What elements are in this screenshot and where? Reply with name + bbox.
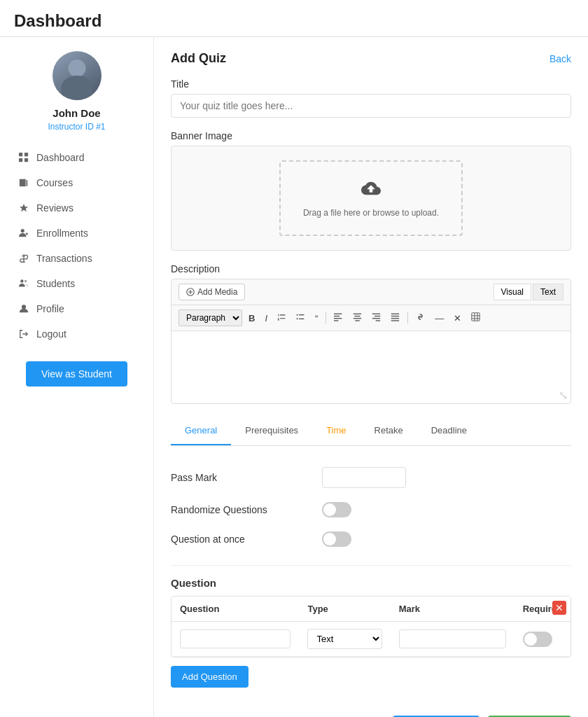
title-label: Title bbox=[171, 78, 571, 90]
question-cell bbox=[172, 622, 299, 657]
close-question-button[interactable]: ✕ bbox=[552, 601, 566, 615]
align-left-button[interactable] bbox=[330, 310, 346, 326]
logout-icon bbox=[18, 328, 29, 340]
svg-rect-14 bbox=[334, 316, 340, 316]
tab-retake[interactable]: Retake bbox=[360, 417, 417, 445]
hr-button[interactable]: — bbox=[431, 311, 447, 326]
pass-mark-label: Pass Mark bbox=[171, 472, 311, 483]
dollar-icon bbox=[18, 253, 29, 264]
question-table: Question Type Mark Required bbox=[172, 597, 570, 657]
section-title: Add Quiz bbox=[171, 51, 226, 66]
star-icon bbox=[18, 202, 29, 214]
svg-rect-3 bbox=[24, 158, 28, 162]
title-input[interactable] bbox=[171, 94, 571, 118]
svg-rect-26 bbox=[391, 316, 399, 316]
tab-general[interactable]: General bbox=[171, 417, 231, 445]
section-header: Add Quiz Back bbox=[171, 51, 571, 66]
table-button[interactable] bbox=[468, 310, 484, 326]
svg-rect-15 bbox=[334, 318, 342, 319]
sidebar-item-dashboard[interactable]: Dashboard bbox=[7, 146, 146, 169]
blockquote-button[interactable]: “ bbox=[312, 311, 321, 326]
add-question-button[interactable]: Add Question bbox=[171, 666, 248, 688]
svg-point-9 bbox=[297, 314, 298, 316]
sidebar-item-students[interactable]: Students bbox=[7, 272, 146, 295]
view-as-student-button[interactable]: View as Student bbox=[26, 361, 127, 387]
svg-rect-27 bbox=[391, 318, 399, 319]
required-cell bbox=[514, 622, 570, 657]
divider bbox=[171, 565, 571, 566]
sidebar: John Doe Instructor ID #1 Dashboard bbox=[0, 37, 154, 717]
svg-rect-13 bbox=[334, 314, 342, 314]
bold-button[interactable]: B bbox=[245, 311, 258, 326]
tab-deadline[interactable]: Deadline bbox=[417, 417, 481, 445]
tab-prerequisites[interactable]: Prerequisites bbox=[231, 417, 312, 445]
paragraph-select[interactable]: Paragraph bbox=[178, 309, 242, 326]
book-icon bbox=[18, 177, 29, 188]
justify-button[interactable] bbox=[387, 310, 403, 326]
pass-mark-input[interactable] bbox=[322, 467, 406, 488]
sidebar-item-profile[interactable]: Profile bbox=[7, 297, 146, 321]
banner-upload-area: Drag a file here or browse to upload. bbox=[171, 146, 571, 251]
visual-text-tabs: Visual Text bbox=[493, 284, 564, 300]
ordered-list-button[interactable] bbox=[274, 310, 290, 326]
sidebar-label-courses: Courses bbox=[36, 177, 73, 188]
svg-rect-19 bbox=[354, 318, 361, 319]
sidebar-item-reviews[interactable]: Reviews bbox=[7, 196, 146, 220]
svg-rect-1 bbox=[24, 153, 28, 156]
randomize-toggle[interactable] bbox=[322, 502, 351, 517]
svg-rect-10 bbox=[299, 314, 304, 315]
banner-label: Banner Image bbox=[171, 130, 571, 141]
mark-cell bbox=[391, 622, 514, 657]
grid-icon bbox=[18, 152, 29, 163]
description-group: Description Add Media Visual Text bbox=[171, 263, 571, 404]
question-mark-input[interactable] bbox=[399, 629, 506, 648]
table-row: Text True/False Multiple Choice bbox=[172, 622, 570, 657]
col-header-question: Question bbox=[172, 597, 299, 622]
visual-tab[interactable]: Visual bbox=[493, 284, 531, 300]
question-section: Question ✕ Question Type Mark Required bbox=[171, 577, 571, 688]
sidebar-item-courses[interactable]: Courses bbox=[7, 171, 146, 195]
avatar bbox=[52, 51, 102, 100]
pass-mark-row: Pass Mark bbox=[171, 460, 571, 495]
add-media-button[interactable]: Add Media bbox=[178, 284, 245, 300]
svg-rect-16 bbox=[334, 320, 339, 321]
user-name: John Doe bbox=[52, 107, 100, 119]
sidebar-label-profile: Profile bbox=[36, 303, 64, 314]
sidebar-item-enrollments[interactable]: Enrollments bbox=[7, 221, 146, 245]
nav-menu: Dashboard Courses bbox=[0, 146, 153, 347]
unordered-list-button[interactable] bbox=[293, 310, 309, 326]
align-center-button[interactable] bbox=[349, 310, 365, 326]
question-at-once-toggle[interactable] bbox=[322, 531, 351, 547]
italic-button[interactable]: I bbox=[261, 311, 271, 326]
required-toggle[interactable] bbox=[523, 632, 552, 647]
question-table-container: ✕ Question Type Mark Required bbox=[171, 596, 571, 657]
tab-time[interactable]: Time bbox=[312, 417, 360, 445]
upload-text: Drag a file here or browse to upload. bbox=[303, 208, 439, 218]
question-at-once-label: Question at once bbox=[171, 534, 311, 545]
sidebar-item-logout[interactable]: Logout bbox=[7, 322, 146, 346]
type-cell: Text True/False Multiple Choice bbox=[299, 622, 390, 657]
page-title: Dashboard bbox=[0, 0, 588, 36]
svg-rect-17 bbox=[354, 314, 361, 314]
svg-point-7 bbox=[22, 305, 26, 309]
align-right-button[interactable] bbox=[368, 310, 384, 326]
link-button[interactable] bbox=[412, 310, 428, 326]
editor-resize-handle[interactable]: ⤡ bbox=[172, 387, 570, 403]
question-text-input[interactable] bbox=[180, 629, 290, 648]
text-tab[interactable]: Text bbox=[533, 284, 564, 300]
question-at-once-row: Question at once bbox=[171, 524, 571, 554]
question-type-select[interactable]: Text True/False Multiple Choice bbox=[307, 629, 382, 649]
editor-body[interactable] bbox=[172, 331, 570, 387]
svg-rect-25 bbox=[391, 314, 399, 314]
sidebar-item-transactions[interactable]: Transactions bbox=[7, 246, 146, 270]
svg-rect-0 bbox=[19, 153, 22, 156]
remove-format-button[interactable]: ✕ bbox=[450, 311, 465, 326]
title-group: Title bbox=[171, 78, 571, 118]
back-link[interactable]: Back bbox=[550, 53, 571, 64]
person-icon bbox=[18, 303, 29, 314]
col-header-mark: Mark bbox=[391, 597, 514, 622]
randomize-row: Randomize Questions bbox=[171, 495, 571, 524]
svg-rect-12 bbox=[299, 319, 304, 319]
svg-point-5 bbox=[20, 279, 23, 282]
upload-dropzone[interactable]: Drag a file here or browse to upload. bbox=[279, 160, 463, 236]
